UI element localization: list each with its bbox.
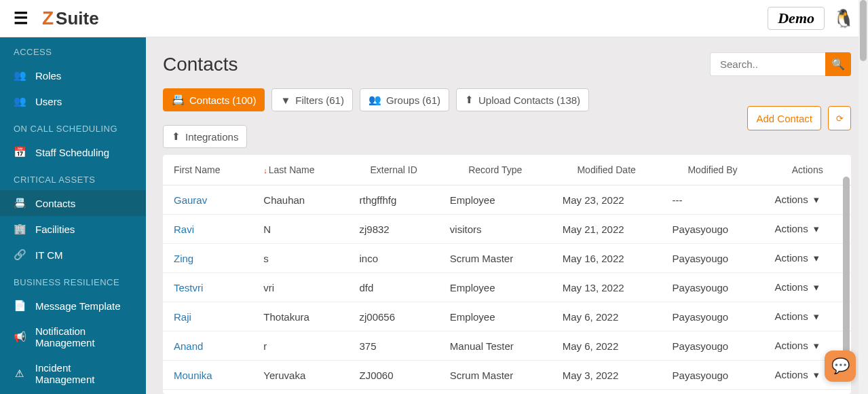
cell-modified-date: Apr 21, 2022 xyxy=(552,390,662,395)
topbar-right: Demo 🐧 xyxy=(768,7,854,30)
cell-external-id: zj9832 xyxy=(348,215,438,244)
refresh-icon: ⟳ xyxy=(836,113,844,124)
cell-modified-date: May 6, 2022 xyxy=(552,302,662,332)
filter-icon: ▼ xyxy=(280,94,290,106)
calendar-icon: 📅 xyxy=(14,146,26,158)
cell-first-name[interactable]: Zing xyxy=(163,244,252,273)
tab-label: Upload Contacts (138) xyxy=(478,94,580,106)
sidebar-item-users[interactable]: 👥 Users xyxy=(0,88,146,114)
cell-last-name: r xyxy=(252,332,348,361)
table-row: TestvrivridfdEmployeeMay 13, 2022Payasyo… xyxy=(163,273,851,302)
cell-external-id: 4875874 xyxy=(348,390,438,395)
toolbar: 📇 Contacts (100) ▼ Filters (61) 👥 Groups… xyxy=(146,88,868,151)
cell-actions[interactable]: Actions ▾ xyxy=(763,215,851,244)
chat-icon: 💬 xyxy=(831,357,850,375)
cell-modified-date: May 16, 2022 xyxy=(552,244,662,273)
cell-actions[interactable]: Actions ▾ xyxy=(763,273,851,302)
logo-z-icon: Z xyxy=(42,7,54,29)
cell-last-name: vri xyxy=(252,273,348,302)
cell-modified-date: May 6, 2022 xyxy=(552,332,662,361)
cell-first-name[interactable]: Anand xyxy=(163,332,252,361)
brand-suffix: Suite xyxy=(56,8,99,29)
cell-modified-by: --- xyxy=(662,185,764,215)
cell-external-id: zj00656 xyxy=(348,302,438,332)
cell-first-name[interactable]: Mohi xyxy=(163,390,252,395)
cell-modified-by: Payasyougo xyxy=(662,273,764,302)
cell-actions[interactable]: Actions ▾ xyxy=(763,185,851,215)
sidebar-item-facilities[interactable]: 🏢 Facilities xyxy=(0,216,146,242)
cell-modified-by: Payasyougo xyxy=(662,244,764,273)
sidebar-item-label: Roles xyxy=(35,70,61,82)
add-contact-button[interactable]: Add Contact xyxy=(747,106,821,130)
cell-external-id: dfd xyxy=(348,273,438,302)
cell-first-name[interactable]: Ravi xyxy=(163,215,252,244)
table-scroll-thumb[interactable] xyxy=(843,177,850,353)
cell-last-name: Yeruvaka xyxy=(252,361,348,390)
sidebar-item-incident-management[interactable]: ⚠ Incident Management xyxy=(0,355,146,392)
sidebar-item-contacts[interactable]: 📇 Contacts xyxy=(0,190,146,216)
sidebar-item-notification-management[interactable]: 📢 Notification Management xyxy=(0,319,146,355)
hamburger-icon[interactable]: ☰ xyxy=(14,9,29,28)
cell-first-name[interactable]: Testvri xyxy=(163,273,252,302)
page-scrollbar[interactable] xyxy=(858,0,868,394)
col-last-name[interactable]: ↓Last Name xyxy=(252,155,348,185)
col-record-type[interactable]: Record Type xyxy=(439,155,552,185)
tab-label: Contacts (100) xyxy=(189,94,256,106)
cell-modified-date: May 23, 2022 xyxy=(552,185,662,215)
cell-modified-date: May 3, 2022 xyxy=(552,361,662,390)
page-scroll-thumb[interactable] xyxy=(860,0,867,61)
penguin-avatar-icon[interactable]: 🐧 xyxy=(833,8,854,29)
contacts-table: First Name ↓Last Name External ID Record… xyxy=(163,155,851,394)
search-input[interactable] xyxy=(710,52,825,76)
cell-first-name[interactable]: Gaurav xyxy=(163,185,252,215)
sidebar-item-label: Staff Scheduling xyxy=(35,147,109,158)
cell-actions[interactable]: Actions ▾ xyxy=(763,302,851,332)
tab-contacts[interactable]: 📇 Contacts (100) xyxy=(163,88,265,111)
table-row: GauravChauhanrthgffhfgEmployeeMay 23, 20… xyxy=(163,185,851,215)
button-label: Add Contact xyxy=(756,113,812,124)
col-label: Last Name xyxy=(269,164,315,175)
warning-icon: ⚠ xyxy=(14,368,26,380)
refresh-button[interactable]: ⟳ xyxy=(828,106,851,130)
table-header-row: First Name ↓Last Name External ID Record… xyxy=(163,155,851,185)
cell-actions[interactable]: Actions ▾ xyxy=(763,390,851,395)
sidebar-item-roles[interactable]: 👥 Roles xyxy=(0,62,146,88)
col-actions: Actions xyxy=(763,155,851,185)
demo-badge: Demo xyxy=(768,7,825,30)
cell-modified-date: May 13, 2022 xyxy=(552,273,662,302)
col-modified-by[interactable]: Modified By xyxy=(662,155,764,185)
tab-groups[interactable]: 👥 Groups (61) xyxy=(360,88,449,111)
tab-upload-contacts[interactable]: ⬆ Upload Contacts (138) xyxy=(456,88,589,111)
sidebar-item-itcm[interactable]: 🔗 IT CM xyxy=(0,242,146,268)
col-modified-date[interactable]: Modified Date xyxy=(552,155,662,185)
cell-external-id: ZJ0060 xyxy=(348,361,438,390)
chat-floating-button[interactable]: 💬 xyxy=(825,351,856,382)
brand-logo[interactable]: Z Suite xyxy=(42,7,99,29)
sidebar-item-label: Facilities xyxy=(35,223,75,235)
sidebar-section-resilience: BUSINESS RESILIENCE xyxy=(0,268,146,293)
cell-last-name: N xyxy=(252,215,348,244)
col-external-id[interactable]: External ID xyxy=(348,155,438,185)
tab-integrations[interactable]: ⬆ Integrations xyxy=(163,125,247,148)
search-box: 🔍 xyxy=(710,52,851,76)
cell-first-name[interactable]: Raji xyxy=(163,302,252,332)
users-icon: 👥 xyxy=(14,95,26,107)
tab-label: Filters (61) xyxy=(295,94,344,106)
col-first-name[interactable]: First Name xyxy=(163,155,252,185)
tab-filters[interactable]: ▼ Filters (61) xyxy=(271,88,353,111)
cell-actions[interactable]: Actions ▾ xyxy=(763,244,851,273)
upload-icon: ⬆ xyxy=(172,130,181,143)
sidebar-section-access: ACCESS xyxy=(0,37,146,62)
tab-label: Integrations xyxy=(185,131,238,143)
cell-record-type: visitors xyxy=(439,215,552,244)
cell-first-name[interactable]: Mounika xyxy=(163,361,252,390)
search-icon: 🔍 xyxy=(831,58,845,70)
table-row: Anandr375Manual TesterMay 6, 2022Payasyo… xyxy=(163,332,851,361)
sidebar-item-staff-scheduling[interactable]: 📅 Staff Scheduling xyxy=(0,139,146,165)
sidebar-section-oncall: ON CALL SCHEDULING xyxy=(0,114,146,139)
sidebar-item-message-template[interactable]: 📄 Message Template xyxy=(0,293,146,319)
search-button[interactable]: 🔍 xyxy=(825,52,851,76)
facilities-icon: 🏢 xyxy=(14,223,26,235)
sidebar-item-label: Contacts xyxy=(35,198,75,209)
sidebar-section-critical: CRITICAL ASSETS xyxy=(0,165,146,190)
